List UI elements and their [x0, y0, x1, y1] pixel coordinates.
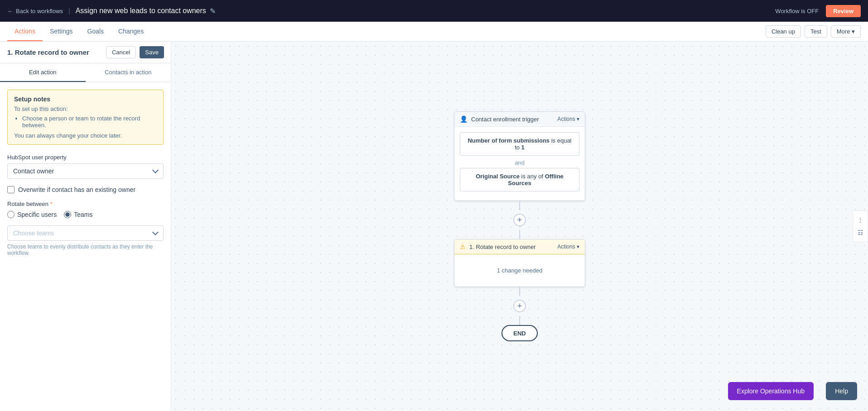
right-canvas: 👤 Contact enrollment trigger Actions ▾ N…	[171, 42, 868, 411]
trigger-node-label: Contact enrollment trigger	[471, 116, 539, 123]
edit-panel-header-actions: Cancel Save	[106, 46, 164, 58]
plus-btn-container-1: +	[384, 210, 656, 230]
main-layout: 1. Rotate record to owner Cancel Save Ed…	[0, 42, 868, 411]
action-node-header-left: ⚠ 1. Rotate record to owner	[460, 243, 536, 250]
hubspot-user-property-dropdown[interactable]: Contact owner	[7, 163, 164, 179]
plus-btn-container-2: +	[384, 296, 656, 316]
top-nav-left: ← Back to workflows | Assign new web lea…	[7, 7, 216, 15]
setup-notes-title: Setup notes	[14, 96, 157, 103]
explore-operations-hub-button[interactable]: Explore Operations Hub	[728, 382, 814, 400]
side-icons-panel: ⋮ ☷	[853, 210, 868, 242]
clean-up-button[interactable]: Clean up	[766, 25, 801, 38]
radio-specific-users[interactable]: Specific users	[7, 211, 57, 218]
condition-2-bold: Original Source	[476, 173, 520, 180]
tab-edit-action[interactable]: Edit action	[0, 63, 86, 82]
overwrite-checkbox-label[interactable]: Overwrite if contact has an existing own…	[18, 186, 135, 193]
trigger-node-header: 👤 Contact enrollment trigger Actions ▾	[454, 112, 585, 127]
trigger-node-actions-btn[interactable]: Actions ▾	[557, 116, 579, 122]
rotate-between-radio-group: Specific users Teams	[7, 211, 164, 218]
connector-1	[384, 201, 656, 210]
edit-panel-header: 1. Rotate record to owner Cancel Save	[0, 42, 171, 63]
connector-3	[384, 287, 656, 296]
condition-box-2[interactable]: Original Source is any of Offline Source…	[460, 168, 579, 191]
chevron-down-icon	[152, 167, 159, 173]
tab-settings-label: Settings	[50, 28, 73, 35]
sub-nav-tabs: Actions Settings Goals Changes	[7, 22, 151, 41]
grid-icon[interactable]: ⋮	[855, 215, 866, 225]
setup-notes-step-1: Choose a person or team to rotate the re…	[22, 115, 157, 129]
choose-teams-dropdown[interactable]: Choose teams	[7, 225, 164, 241]
setup-notes-box: Setup notes To set up this action: Choos…	[7, 90, 164, 145]
tab-contacts-in-action[interactable]: Contacts in action	[86, 63, 171, 82]
rotate-between-label: Rotate between *	[7, 201, 164, 207]
tab-actions-label: Actions	[14, 28, 35, 35]
layout-icon[interactable]: ☷	[855, 227, 866, 238]
tab-changes-label: Changes	[118, 28, 144, 35]
tab-goals-label: Goals	[87, 28, 104, 35]
choose-teams-section: Choose teams Choose teams to evenly dist…	[7, 225, 164, 256]
choose-teams-placeholder: Choose teams	[13, 229, 54, 237]
radio-specific-users-input[interactable]	[7, 211, 14, 218]
setup-notes-list: Choose a person or team to rotate the re…	[14, 115, 157, 129]
tab-changes[interactable]: Changes	[111, 22, 151, 41]
setup-notes-footer: You can always change your choice later.	[14, 132, 157, 139]
radio-specific-users-label: Specific users	[17, 211, 57, 218]
edit-panel-title: 1. Rotate record to owner	[7, 48, 89, 56]
workflow-title: Assign new web leads to contact owners ✎	[76, 7, 216, 15]
trigger-node-actions-label: Actions ▾	[557, 116, 579, 122]
cancel-button[interactable]: Cancel	[106, 46, 136, 58]
trigger-node-header-left: 👤 Contact enrollment trigger	[460, 115, 539, 123]
connector-2	[384, 230, 656, 239]
top-nav: ← Back to workflows | Assign new web lea…	[0, 0, 868, 22]
rotate-between-required: *	[50, 201, 53, 207]
condition-and: and	[460, 159, 579, 166]
tab-edit-action-label: Edit action	[29, 69, 57, 76]
add-step-btn-1[interactable]: +	[513, 214, 526, 226]
test-button[interactable]: Test	[805, 25, 827, 38]
connector-line-2	[519, 230, 520, 239]
help-button[interactable]: Help	[826, 382, 857, 400]
contact-enrollment-icon: 👤	[460, 115, 468, 123]
hubspot-user-property-section: HubSpot user property Contact owner	[7, 154, 164, 179]
edit-title-icon[interactable]: ✎	[210, 7, 216, 15]
connector-line-3	[519, 287, 520, 296]
action-node-actions-label: Actions ▾	[557, 244, 579, 250]
tab-contacts-in-action-label: Contacts in action	[105, 69, 151, 76]
change-needed-text: 1 change needed	[460, 260, 579, 281]
tab-goals[interactable]: Goals	[80, 22, 111, 41]
action-node-header: ⚠ 1. Rotate record to owner Actions ▾	[454, 239, 585, 254]
setup-notes-subtitle: To set up this action:	[14, 105, 157, 112]
panel-tabs: Edit action Contacts in action	[0, 63, 171, 82]
radio-teams[interactable]: Teams	[64, 211, 92, 218]
overwrite-checkbox-row: Overwrite if contact has an existing own…	[7, 186, 164, 193]
canvas-inner: 👤 Contact enrollment trigger Actions ▾ N…	[384, 111, 656, 341]
connector-line-4	[519, 316, 520, 325]
condition-1-value: 1	[521, 144, 525, 151]
save-button[interactable]: Save	[140, 46, 164, 58]
panel-content: Setup notes To set up this action: Choos…	[0, 82, 171, 411]
radio-teams-label: Teams	[74, 211, 92, 218]
connector-line-1	[519, 201, 520, 210]
tab-settings[interactable]: Settings	[43, 22, 80, 41]
left-panel: 1. Rotate record to owner Cancel Save Ed…	[0, 42, 171, 411]
end-node[interactable]: END	[502, 325, 538, 341]
review-button[interactable]: Review	[826, 5, 861, 17]
condition-1-bold: Number of form submissions	[468, 137, 550, 144]
workflow-status: Workflow is OFF	[775, 8, 819, 14]
action-node: ⚠ 1. Rotate record to owner Actions ▾ 1 …	[454, 239, 585, 287]
back-to-workflows-link[interactable]: ← Back to workflows	[7, 8, 63, 14]
more-button[interactable]: More ▾	[831, 25, 861, 38]
sub-nav-right: Clean up Test More ▾	[766, 25, 861, 38]
action-node-actions-btn[interactable]: Actions ▾	[557, 244, 579, 250]
back-arrow-icon: ←	[7, 8, 13, 14]
radio-teams-input[interactable]	[64, 211, 71, 218]
overwrite-checkbox[interactable]	[7, 186, 14, 193]
condition-box-1[interactable]: Number of form submissions is equal to 1	[460, 132, 579, 156]
add-step-btn-2[interactable]: +	[513, 300, 526, 312]
top-nav-right: Workflow is OFF Review	[775, 5, 861, 17]
condition-2-text: is any of	[521, 173, 545, 180]
tab-actions[interactable]: Actions	[7, 22, 43, 41]
choose-teams-helper: Choose teams to evenly distribute contac…	[7, 244, 164, 256]
hubspot-user-property-label: HubSpot user property	[7, 154, 164, 161]
rotate-between-section: Rotate between * Specific users Teams	[7, 201, 164, 218]
